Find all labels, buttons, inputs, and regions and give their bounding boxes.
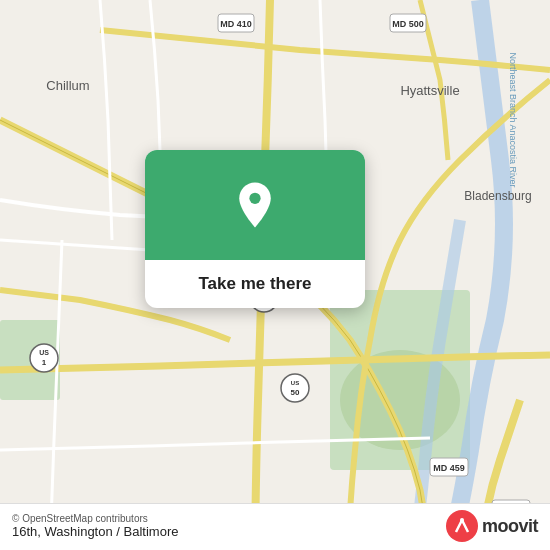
popup-card: Take me there <box>145 150 365 308</box>
svg-text:US: US <box>291 380 299 386</box>
location-pin-icon <box>228 178 282 232</box>
moovit-logo-icon <box>446 510 478 542</box>
svg-text:Hyattsville: Hyattsville <box>400 83 459 98</box>
svg-point-25 <box>446 510 478 542</box>
osm-credit: © OpenStreetMap contributors <box>12 513 178 524</box>
moovit-logo: moovit <box>446 510 538 542</box>
svg-text:1: 1 <box>42 358 47 367</box>
popup-body: Take me there <box>145 260 365 308</box>
svg-text:Northeast Branch Anacostia Riv: Northeast Branch Anacostia River <box>508 52 518 187</box>
svg-point-24 <box>249 193 260 204</box>
map-container: MD 410 MD 500 US 1 US 1 US 50 MD 459 DC … <box>0 0 550 550</box>
svg-text:MD 410: MD 410 <box>220 19 252 29</box>
location-label: 16th, Washington / Baltimore <box>12 524 178 539</box>
moovit-text: moovit <box>482 516 538 537</box>
bottom-left-section: © OpenStreetMap contributors 16th, Washi… <box>12 513 178 539</box>
bottom-bar: © OpenStreetMap contributors 16th, Washi… <box>0 503 550 550</box>
svg-text:MD 500: MD 500 <box>392 19 424 29</box>
svg-point-26 <box>460 518 464 522</box>
svg-text:MD 459: MD 459 <box>433 463 465 473</box>
take-me-there-button[interactable]: Take me there <box>198 274 311 294</box>
svg-text:50: 50 <box>291 388 300 397</box>
svg-text:Bladensburg: Bladensburg <box>464 189 531 203</box>
svg-text:Chillum: Chillum <box>46 78 89 93</box>
popup-header <box>145 150 365 260</box>
svg-text:US: US <box>39 349 49 356</box>
